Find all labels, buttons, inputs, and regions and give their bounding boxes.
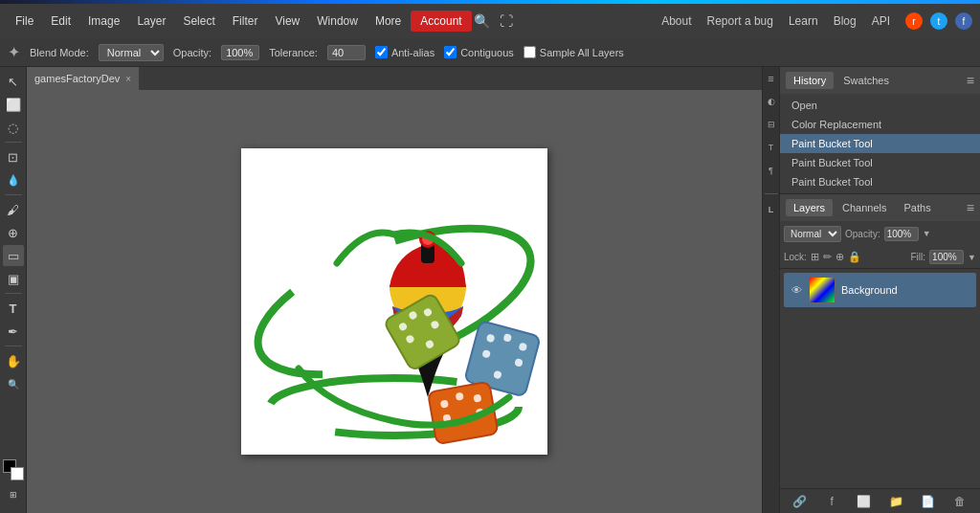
layer-thumb-inner (810, 278, 835, 302)
collapse-icon-layers[interactable]: L (764, 202, 779, 217)
selection-tool-btn[interactable]: ⬜ (3, 94, 24, 115)
lasso-tool-btn[interactable]: ◌ (3, 117, 24, 138)
menu-image[interactable]: Image (80, 11, 127, 32)
blend-mode-select[interactable]: Normal Multiply Screen Overlay (99, 44, 164, 61)
tab-close-button[interactable]: × (125, 74, 131, 84)
background-color[interactable] (11, 467, 24, 480)
contiguous-label: Contiguous (460, 47, 514, 58)
lock-position-icon[interactable]: ⊕ (835, 251, 844, 263)
collapse-icon-4[interactable]: T (764, 140, 779, 155)
menu-window[interactable]: Window (309, 11, 366, 32)
lock-all-icon[interactable]: 🔒 (848, 251, 861, 263)
menu-select[interactable]: Select (175, 11, 222, 32)
layer-mask-icon[interactable]: ⬜ (856, 493, 873, 510)
history-panel: History Swatches ≡ Open Color Replacemen… (780, 67, 980, 194)
layer-item[interactable]: 👁 Background (784, 273, 976, 307)
new-layer-icon[interactable]: 📄 (920, 493, 937, 510)
eyedropper-tool-btn[interactable]: 💧 (3, 169, 24, 190)
menu-view[interactable]: View (267, 11, 307, 32)
layers-blend-mode-select[interactable]: Normal Multiply Screen (784, 226, 841, 242)
brush-tool-btn[interactable]: 🖌 (3, 199, 24, 220)
layers-tab[interactable]: Layers (786, 199, 833, 216)
menubar-left: File Edit Image Layer Select Filter View… (8, 11, 513, 32)
twitter-icon[interactable]: t (930, 12, 947, 30)
pen-tool-btn[interactable]: ✒ (3, 321, 24, 342)
collapse-icon-1[interactable]: ≡ (764, 71, 779, 86)
layer-visibility-icon[interactable]: 👁 (790, 283, 803, 297)
lock-image-icon[interactable]: ✏ (823, 251, 832, 263)
gradient-tool-btn[interactable]: ▣ (3, 268, 24, 289)
tolerance-label: Tolerance: (269, 47, 318, 58)
opacity-label-layers: Opacity: (845, 229, 880, 239)
move-tool-btn[interactable]: ↖ (3, 71, 24, 92)
document-tab[interactable]: gamesFactoryDev × (27, 67, 140, 90)
menu-layer[interactable]: Layer (129, 11, 173, 32)
antialias-checkbox[interactable] (375, 46, 388, 58)
social-icons: r t f (905, 12, 972, 30)
color-tools: ⊞ (3, 456, 24, 509)
layer-style-icon[interactable]: f (823, 493, 840, 510)
blog-link[interactable]: Blog (834, 14, 857, 28)
clone-tool-btn[interactable]: ⊕ (3, 222, 24, 243)
history-item[interactable]: Paint Bucket Tool (780, 153, 980, 172)
lock-label: Lock: (784, 252, 807, 262)
opacity-label: Opacity: (173, 47, 212, 58)
menu-more[interactable]: More (368, 11, 409, 32)
zoom-tool-btn[interactable]: 🔍 (3, 373, 24, 394)
layers-opacity-input[interactable] (884, 227, 919, 241)
layers-panel-menu[interactable]: ≡ (967, 200, 974, 215)
fill-input[interactable] (929, 250, 964, 264)
eraser-tool-btn[interactable]: ▭ (3, 245, 24, 266)
reportbug-link[interactable]: Report a bug (707, 14, 773, 28)
canvas-area[interactable]: gamesFactoryDev × (27, 67, 762, 513)
menu-filter[interactable]: Filter (225, 11, 266, 32)
new-layer-group-icon[interactable]: 📁 (887, 493, 904, 510)
checkbox-antialias: Anti-alias (375, 46, 434, 58)
account-button[interactable]: Account (411, 11, 471, 32)
reddit-icon[interactable]: r (905, 12, 923, 30)
collapse-icon-3[interactable]: ⊟ (764, 117, 779, 132)
text-tool-btn[interactable]: T (3, 298, 24, 319)
menu-file[interactable]: File (8, 11, 41, 32)
hand-tool-btn[interactable]: ✋ (3, 350, 24, 371)
about-link[interactable]: About (661, 14, 691, 28)
history-panel-header: History Swatches ≡ (780, 67, 980, 94)
fullscreen-icon[interactable]: ⛶ (500, 13, 513, 29)
options-bar: ✦ Blend Mode: Normal Multiply Screen Ove… (0, 38, 980, 67)
layer-name: Background (841, 284, 898, 296)
menubar: File Edit Image Layer Select Filter View… (0, 4, 980, 38)
history-tab[interactable]: History (786, 72, 834, 89)
checkbox-sample-all: Sample All Layers (523, 46, 624, 58)
swatches-tab[interactable]: Swatches (835, 72, 897, 89)
history-item[interactable]: Color Replacement (780, 115, 980, 134)
api-link[interactable]: API (872, 14, 890, 28)
magic-wand-options-icon: ✦ (8, 43, 20, 61)
history-item[interactable]: Paint Bucket Tool (780, 134, 980, 153)
menubar-search-icons: 🔍 ⛶ (474, 13, 513, 29)
lock-transparent-icon[interactable]: ⊞ (811, 251, 819, 263)
history-panel-menu[interactable]: ≡ (967, 73, 974, 88)
contiguous-checkbox[interactable] (444, 46, 457, 58)
delete-layer-icon[interactable]: 🗑 (951, 493, 969, 510)
sample-all-layers-checkbox[interactable] (523, 46, 536, 58)
collapse-icon-2[interactable]: ◐ (764, 94, 779, 109)
history-item[interactable]: Open (780, 96, 980, 115)
history-item[interactable]: Paint Bucket Tool (780, 172, 980, 191)
tolerance-input[interactable]: 40 (327, 45, 366, 60)
right-panels: History Swatches ≡ Open Color Replacemen… (779, 67, 980, 513)
crop-tool-btn[interactable]: ⊡ (3, 146, 24, 167)
opacity-input[interactable]: 100% (221, 45, 259, 60)
paths-tab[interactable]: Paths (897, 199, 939, 216)
canvas-image-wrapper[interactable] (241, 148, 547, 455)
search-icon[interactable]: 🔍 (474, 13, 490, 29)
channels-tab[interactable]: Channels (835, 199, 894, 216)
link-layers-icon[interactable]: 🔗 (791, 493, 809, 510)
quick-mask-btn[interactable]: ⊞ (3, 484, 24, 505)
learn-link[interactable]: Learn (789, 14, 818, 28)
panel-collapse-bar: ≡ ◐ ⊟ T ¶ L (762, 67, 779, 513)
facebook-icon[interactable]: f (955, 12, 972, 30)
layers-opacity-arrow: ▼ (923, 229, 931, 238)
collapse-icon-5[interactable]: ¶ (764, 163, 779, 178)
menu-edit[interactable]: Edit (43, 11, 78, 32)
color-pair[interactable] (3, 459, 24, 480)
